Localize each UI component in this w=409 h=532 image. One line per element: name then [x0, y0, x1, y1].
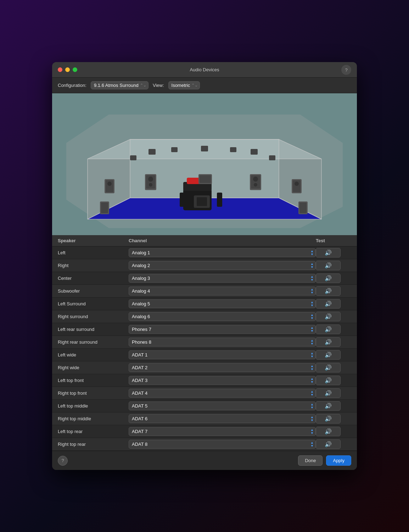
room-3d-svg	[52, 93, 357, 235]
svg-rect-45	[251, 149, 258, 155]
speaker-table: Speaker Channel Test Left Analog 1 Analo…	[52, 235, 357, 451]
svg-point-30	[253, 177, 258, 182]
svg-rect-20	[217, 193, 222, 207]
svg-rect-46	[201, 146, 208, 151]
table-row: Left top front ADAT 3 Analog 1Analog 2An…	[52, 374, 357, 387]
footer-help-button[interactable]: ?	[58, 456, 68, 466]
table-row: Left wide ADAT 1 Analog 1Analog 2Analog …	[52, 349, 357, 361]
table-row: Left Surround Analog 5 Analog 1Analog 2A…	[52, 298, 357, 310]
view-select[interactable]: Isometric Top Front Side	[168, 81, 200, 89]
svg-rect-49	[171, 147, 178, 152]
svg-point-27	[149, 183, 152, 187]
svg-rect-47	[130, 155, 136, 160]
view-label: View:	[153, 83, 164, 88]
channel-select-8[interactable]: ADAT 1 Analog 1Analog 2Analog 3 Analog 4…	[129, 350, 316, 359]
configuration-label: Configuration:	[58, 83, 86, 88]
svg-rect-50	[230, 147, 236, 152]
test-button-4[interactable]: 🔊	[316, 299, 341, 309]
channel-select-1[interactable]: Analog 2 Analog 1Analog 2Analog 3 Analog…	[129, 261, 316, 270]
test-button-15[interactable]: 🔊	[316, 439, 341, 449]
channel-select-11[interactable]: ADAT 4 Analog 1Analog 2Analog 3 Analog 4…	[129, 389, 316, 398]
header-test: Test	[316, 238, 351, 243]
apply-button[interactable]: Apply	[326, 455, 351, 466]
footer: ? Done Apply	[52, 451, 357, 470]
test-button-13[interactable]: 🔊	[316, 414, 341, 423]
channel-select-0[interactable]: Analog 1 Analog 1Analog 2Analog 3 Analog…	[129, 248, 316, 257]
channel-select-wrapper: ADAT 4 Analog 1Analog 2Analog 3 Analog 4…	[129, 389, 316, 398]
channel-select-wrapper: ADAT 3 Analog 1Analog 2Analog 3 Analog 4…	[129, 376, 316, 385]
test-button-0[interactable]: 🔊	[316, 248, 341, 257]
channel-select-wrapper: Analog 3 Analog 1Analog 2Analog 3 Analog…	[129, 274, 316, 283]
done-button[interactable]: Done	[298, 455, 323, 466]
table-row: Left Analog 1 Analog 1Analog 2Analog 3 A…	[52, 246, 357, 259]
channel-select-10[interactable]: ADAT 3 Analog 1Analog 2Analog 3 Analog 4…	[129, 376, 316, 385]
test-button-14[interactable]: 🔊	[316, 427, 341, 436]
footer-buttons: Done Apply	[298, 455, 351, 466]
table-row: Left rear surround Phones 7 Analog 1Anal…	[52, 323, 357, 336]
speaker-name: Right top front	[58, 390, 129, 396]
channel-select-13[interactable]: ADAT 6 Analog 1Analog 2Analog 3 Analog 4…	[129, 414, 316, 423]
close-button[interactable]	[58, 67, 62, 72]
channel-select-wrapper: Phones 8 Analog 1Analog 2Analog 3 Analog…	[129, 338, 316, 347]
table-row: Right Analog 2 Analog 1Analog 2Analog 3 …	[52, 259, 357, 272]
channel-select-wrapper: Analog 1 Analog 1Analog 2Analog 3 Analog…	[129, 248, 316, 257]
channel-select-wrapper: Analog 2 Analog 1Analog 2Analog 3 Analog…	[129, 261, 316, 270]
window-title: Audio Devices	[190, 67, 219, 72]
test-button-10[interactable]: 🔊	[316, 376, 341, 385]
minimize-button[interactable]	[65, 67, 70, 72]
speaker-name: Left top middle	[58, 403, 129, 409]
titlebar: Audio Devices ?	[52, 62, 357, 78]
channel-select-wrapper: Analog 4 Analog 1Analog 2Analog 3 Analog…	[129, 287, 316, 295]
test-button-6[interactable]: 🔊	[316, 325, 341, 334]
speaker-name: Left Surround	[58, 301, 129, 306]
channel-select-6[interactable]: Phones 7 Analog 1Analog 2Analog 3 Analog…	[129, 325, 316, 334]
toolbar: Configuration: 9.1.6 Atmos Surround 7.1 …	[52, 78, 357, 93]
speaker-name: Left top rear	[58, 429, 129, 434]
test-button-1[interactable]: 🔊	[316, 261, 341, 270]
table-row: Right surround Analog 6 Analog 1Analog 2…	[52, 310, 357, 323]
channel-select-wrapper: ADAT 6 Analog 1Analog 2Analog 3 Analog 4…	[129, 414, 316, 423]
test-button-12[interactable]: 🔊	[316, 401, 341, 411]
room-visualization	[52, 93, 357, 235]
channel-select-wrapper: ADAT 7 Analog 1Analog 2Analog 3 Analog 4…	[129, 427, 316, 436]
test-button-7[interactable]: 🔊	[316, 337, 341, 347]
channel-select-wrapper: ADAT 8 Analog 1Analog 2Analog 3 Analog 4…	[129, 440, 316, 449]
channel-select-14[interactable]: ADAT 7 Analog 1Analog 2Analog 3 Analog 4…	[129, 427, 316, 436]
speaker-name: Left wide	[58, 352, 129, 358]
table-row: Left top middle ADAT 5 Analog 1Analog 2A…	[52, 400, 357, 412]
table-row: Left top rear ADAT 7 Analog 1Analog 2Ana…	[52, 425, 357, 438]
table-row: Right top rear ADAT 8 Analog 1Analog 2An…	[52, 438, 357, 451]
channel-select-4[interactable]: Analog 5 Analog 1Analog 2Analog 3 Analog…	[129, 299, 316, 308]
channel-select-wrapper: ADAT 5 Analog 1Analog 2Analog 3 Analog 4…	[129, 401, 316, 410]
table-row: Right top front ADAT 4 Analog 1Analog 2A…	[52, 387, 357, 400]
channel-select-12[interactable]: ADAT 5 Analog 1Analog 2Analog 3 Analog 4…	[129, 401, 316, 410]
channel-select-9[interactable]: ADAT 2 Analog 1Analog 2Analog 3 Analog 4…	[129, 363, 316, 372]
table-row: Right rear surround Phones 8 Analog 1Ana…	[52, 336, 357, 349]
svg-point-39	[295, 182, 299, 186]
channel-select-15[interactable]: ADAT 8 Analog 1Analog 2Analog 3 Analog 4…	[129, 440, 316, 449]
channel-select-2[interactable]: Analog 3 Analog 1Analog 2Analog 3 Analog…	[129, 274, 316, 283]
table-header: Speaker Channel Test	[52, 235, 357, 246]
traffic-lights	[58, 67, 77, 72]
channel-select-3[interactable]: Analog 4 Analog 1Analog 2Analog 3 Analog…	[129, 287, 316, 295]
maximize-button[interactable]	[73, 67, 77, 72]
speaker-name: Center	[58, 276, 129, 281]
test-button-11[interactable]: 🔊	[316, 388, 341, 398]
svg-rect-33	[200, 175, 211, 183]
help-icon[interactable]: ?	[341, 65, 351, 75]
header-channel: Channel	[129, 238, 316, 243]
test-button-5[interactable]: 🔊	[316, 312, 341, 321]
channel-select-7[interactable]: Phones 8 Analog 1Analog 2Analog 3 Analog…	[129, 338, 316, 347]
channel-select-wrapper: Phones 7 Analog 1Analog 2Analog 3 Analog…	[129, 325, 316, 334]
configuration-select[interactable]: 9.1.6 Atmos Surround 7.1 Surround 5.1 Su…	[91, 81, 149, 89]
table-row: Right top middle ADAT 6 Analog 1Analog 2…	[52, 412, 357, 425]
channel-select-wrapper: ADAT 1 Analog 1Analog 2Analog 3 Analog 4…	[129, 350, 316, 359]
channel-select-5[interactable]: Analog 6 Analog 1Analog 2Analog 3 Analog…	[129, 312, 316, 321]
speaker-name: Right rear surround	[58, 339, 129, 345]
svg-point-36	[107, 182, 112, 186]
test-button-2[interactable]: 🔊	[316, 273, 341, 283]
test-button-8[interactable]: 🔊	[316, 350, 341, 360]
test-button-3[interactable]: 🔊	[316, 286, 341, 296]
svg-rect-44	[149, 149, 156, 155]
test-button-9[interactable]: 🔊	[316, 363, 341, 372]
